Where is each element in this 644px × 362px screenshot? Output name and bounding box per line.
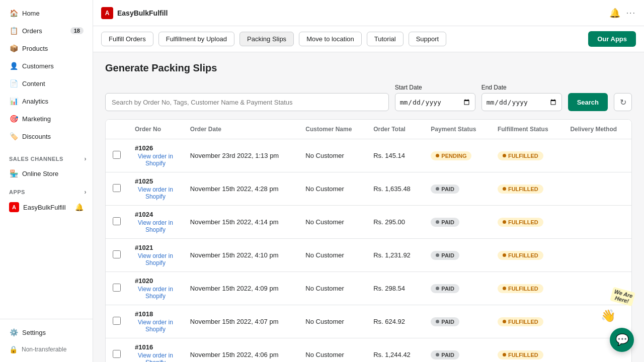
non-transferable-item: 🔒 Non-transferable [3,341,90,357]
row-checkbox-cell [106,172,128,206]
order-number: #1025 [135,177,176,185]
refresh-button[interactable]: ↻ [614,93,632,111]
table-row: #1026 View order inShopify November 23rd… [106,139,631,172]
sidebar-bottom: ⚙️ Settings 🔒 Non-transferable [0,319,93,362]
app-logo: A EasyBulkFulfill [101,7,168,19]
row-payment-status: PAID [424,172,491,206]
sidebar-item-home[interactable]: 🏠 Home [3,5,90,22]
row-order-total: Rs. 1,244.42 [366,338,424,363]
row-order-total: Rs. 624.92 [366,305,424,338]
sidebar-item-label: Analytics [22,98,48,105]
badge-dot [436,253,439,257]
badge-dot [436,353,439,356]
order-shopify-link[interactable]: View order inShopify [135,153,176,167]
order-number: #1024 [135,211,176,218]
payment-status-badge: PAID [431,185,459,194]
badge-dot [503,353,506,356]
tab-fulfill-orders[interactable]: Fulfill Orders [101,32,153,46]
sidebar-item-content[interactable]: 📄 Content [3,75,90,92]
sidebar-item-online-store[interactable]: 🏪 Online Store [3,165,90,182]
sidebar-item-discounts[interactable]: 🏷️ Discounts [3,128,90,145]
payment-status-badge: PAID [431,350,459,359]
sidebar-item-label: Products [22,45,48,52]
row-checkbox[interactable] [113,284,121,292]
start-date-group: Start Date [395,84,475,111]
sidebar-item-customers[interactable]: 👤 Customers [3,57,90,74]
start-date-input[interactable] [395,93,475,111]
tab-packing-slips[interactable]: Packing Slips [239,32,294,46]
order-number: #1020 [135,277,176,285]
row-checkbox-cell [106,305,128,338]
sidebar-item-products[interactable]: 📦 Products [3,40,90,57]
order-shopify-link[interactable]: View order inShopify [135,186,176,200]
table-row: #1016 View order inShopify November 15th… [106,338,631,363]
row-checkbox-cell [106,272,128,305]
badge-dot [503,187,506,191]
products-icon: 📦 [9,44,18,53]
payment-status-badge: PAID [431,218,459,227]
tab-support[interactable]: Support [409,32,447,46]
fulfillment-status-badge: FULFILLED [498,251,543,260]
row-payment-status: PAID [424,239,491,272]
discounts-icon: 🏷️ [9,132,18,141]
row-checkbox[interactable] [113,184,121,192]
nav-tabs: Fulfill Orders Fulfillment by Upload Pac… [93,26,644,52]
our-apps-button[interactable]: Our Apps [588,31,636,47]
col-delivery-method: Delivery Method [563,120,631,139]
row-checkbox[interactable] [113,151,121,159]
row-order-no: #1024 View order inShopify [128,206,183,239]
row-checkbox[interactable] [113,250,121,258]
chat-icon: 💬 [615,333,629,346]
search-input[interactable] [105,93,389,111]
badge-dot [436,220,439,224]
order-shopify-link[interactable]: View order inShopify [135,286,176,300]
row-payment-status: PAID [424,338,491,363]
chat-button[interactable]: 💬 [610,328,634,352]
table-header-row: Order No Order Date Customer Name Order … [106,120,631,139]
row-checkbox[interactable] [113,217,121,225]
table-row: #1021 View order inShopify November 15th… [106,239,631,272]
order-number: #1018 [135,310,176,318]
sidebar-item-analytics[interactable]: 📊 Analytics [3,93,90,110]
sidebar-item-marketing[interactable]: 🎯 Marketing [3,110,90,127]
orders-badge: 18 [70,27,84,34]
badge-dot [436,287,439,290]
row-payment-status: PENDING [424,139,491,172]
lock-icon: 🔒 [9,345,18,353]
more-options-icon[interactable]: ··· [626,9,636,18]
row-order-date: November 15th 2022, 4:10 pm [183,239,298,272]
tab-move-to-location[interactable]: Move to location [299,32,362,46]
row-checkbox[interactable] [113,317,121,325]
row-fulfillment-status: FULFILLED [491,305,564,338]
col-fulfillment-status: Fulfillment Status [491,120,564,139]
tab-fulfillment-by-upload[interactable]: Fulfillment by Upload [158,32,234,46]
col-order-date: Order Date [183,120,298,139]
row-fulfillment-status: FULFILLED [491,239,564,272]
notification-bell-icon[interactable]: 🔔 [609,8,620,19]
row-order-date: November 15th 2022, 4:07 pm [183,305,298,338]
order-shopify-link[interactable]: View order inShopify [135,352,176,362]
fulfillment-status-badge: FULFILLED [498,218,543,227]
tab-tutorial[interactable]: Tutorial [367,32,404,46]
row-fulfillment-status: FULFILLED [491,338,564,363]
order-shopify-link[interactable]: View order inShopify [135,319,176,333]
online-store-icon: 🏪 [9,169,18,178]
payment-status-badge: PENDING [431,151,471,160]
order-shopify-link[interactable]: View order inShopify [135,252,176,266]
sidebar-item-settings[interactable]: ⚙️ Settings [3,324,90,341]
row-checkbox[interactable] [113,350,121,358]
row-payment-status: PAID [424,305,491,338]
row-fulfillment-status: FULFILLED [491,206,564,239]
row-order-no: #1020 View order inShopify [128,272,183,305]
marketing-icon: 🎯 [9,114,18,123]
fulfillment-status-badge: FULFILLED [498,185,543,194]
row-delivery-method [563,139,631,172]
sidebar-item-easybulkfulfill[interactable]: A EasyBulkFulfill 🔔 [3,198,90,216]
bell-small-icon[interactable]: 🔔 [75,203,84,211]
end-date-input[interactable] [481,93,562,111]
sidebar-item-orders[interactable]: 📋 Orders 18 [3,22,90,39]
sidebar-item-label: Online Store [22,170,58,177]
search-button[interactable]: Search [568,93,608,111]
order-shopify-link[interactable]: View order inShopify [135,219,176,233]
sidebar-app-label: EasyBulkFulfill [23,204,66,211]
